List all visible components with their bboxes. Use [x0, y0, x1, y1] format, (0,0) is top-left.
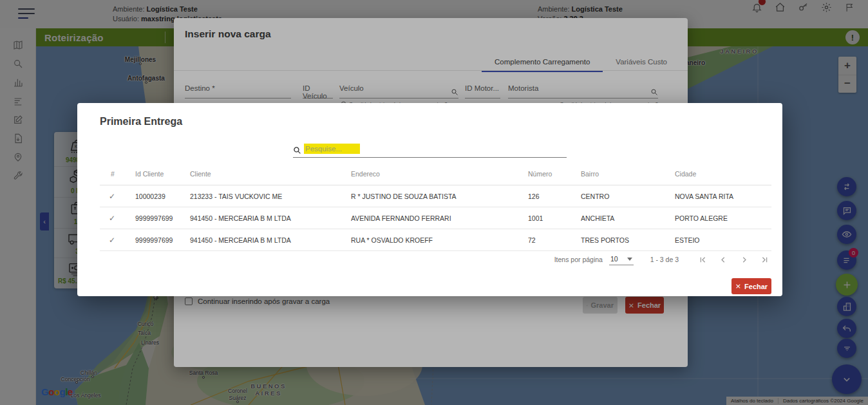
search-field: Pesquise...: [293, 142, 567, 158]
dropdown-caret-icon: [627, 258, 632, 261]
table-cell: ESTEIO: [675, 236, 771, 244]
column-header: Id Cliente: [135, 170, 190, 178]
table-cell: 10000239: [135, 193, 190, 200]
table-cell: CENTRO: [581, 193, 675, 200]
table-cell: 941450 - MERCEARIA B M LTDA: [190, 214, 351, 222]
table-row[interactable]: ✓10000239213233 - TAIS VUCKOVIC MER * JU…: [100, 185, 771, 207]
table-cell: TRES PORTOS: [581, 236, 675, 244]
row-check-icon: ✓: [100, 214, 135, 223]
items-per-page-label: Itens por página: [554, 256, 603, 263]
pagination-bar: Itens por página 10 1 - 3 de 3: [554, 252, 771, 267]
column-header: Endereco: [351, 170, 528, 178]
table-header: # Id Cliente Cliente Endereco Número Bai…: [100, 162, 771, 185]
table-cell: 9999997699: [135, 214, 190, 222]
table-cell: ANCHIETA: [581, 214, 675, 222]
column-header: Cidade: [675, 170, 771, 178]
pagination-range: 1 - 3 de 3: [650, 256, 679, 263]
table-cell: PORTO ALEGRE: [675, 214, 771, 222]
search-icon: [293, 146, 301, 155]
close-button[interactable]: × Fechar: [731, 278, 771, 294]
table-cell: 126: [528, 193, 581, 200]
column-header: Número: [528, 170, 581, 178]
app-screen: Ambiente: Logística Teste Usuário: maxst…: [0, 0, 868, 405]
delivery-table: # Id Cliente Cliente Endereco Número Bai…: [100, 162, 771, 251]
column-header: #: [100, 170, 135, 178]
table-body: ✓10000239213233 - TAIS VUCKOVIC MER * JU…: [100, 185, 771, 251]
first-delivery-modal: Primeira Entrega Pesquise... # Id Client…: [77, 103, 782, 296]
table-cell: 941450 - MERCEARIA B M LTDA: [190, 236, 351, 244]
table-cell: 72: [528, 236, 581, 244]
column-header: Bairro: [581, 170, 675, 178]
row-check-icon: ✓: [100, 192, 135, 201]
column-header: Cliente: [190, 170, 351, 178]
close-icon: ×: [735, 282, 741, 290]
first-page-button[interactable]: [695, 252, 710, 267]
table-cell: 9999997699: [135, 236, 190, 244]
table-row[interactable]: ✓9999997699941450 - MERCEARIA B M LTDARU…: [100, 229, 771, 251]
table-cell: NOVA SANTA RITA: [675, 193, 771, 200]
last-page-button[interactable]: [757, 252, 771, 267]
row-check-icon: ✓: [100, 236, 135, 245]
next-page-button[interactable]: [737, 252, 751, 267]
previous-page-button[interactable]: [716, 252, 730, 267]
table-cell: R * JUSTINO DE SOUZA BATISTA: [351, 193, 528, 200]
table-cell: RUA * OSVALDO KROEFF: [351, 236, 528, 244]
table-cell: 1001: [528, 214, 581, 222]
search-input[interactable]: [305, 142, 562, 156]
items-per-page-select[interactable]: 10: [609, 254, 634, 265]
table-row[interactable]: ✓9999997699941450 - MERCEARIA B M LTDAAV…: [100, 207, 771, 229]
modal-title: Primeira Entrega: [100, 116, 182, 127]
table-cell: AVENIDA FERNANDO FERRARI: [351, 214, 528, 222]
table-cell: 213233 - TAIS VUCKOVIC ME: [190, 193, 351, 200]
